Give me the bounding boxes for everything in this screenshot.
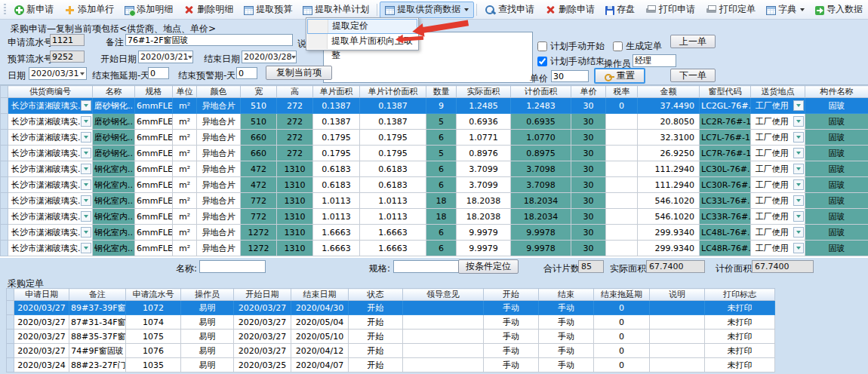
table-cell[interactable]: 工厂使用: [751, 225, 805, 241]
chevron-down-icon[interactable]: [793, 243, 804, 253]
budget-no-field[interactable]: [50, 51, 85, 63]
checkbox-icon[interactable]: [537, 41, 547, 51]
toolbar-button-add-detail[interactable]: 添加明细: [119, 2, 178, 18]
end-warn-field[interactable]: [236, 67, 257, 79]
table-cell[interactable]: 工厂使用: [751, 193, 805, 209]
table-row[interactable]: 长沙市潇湘玻璃实..钢化室内..6mmFLE..m²异地合片77213101.0…: [1, 209, 868, 225]
toolbar-button-extract-table[interactable]: 提取补单计划: [297, 2, 374, 18]
chevron-down-icon[interactable]: [81, 211, 91, 222]
table-cell: 手动: [484, 301, 539, 315]
filter-spec-input[interactable]: [393, 260, 460, 273]
toolbar-button-add-new[interactable]: 新申请: [9, 2, 59, 18]
table-cell[interactable]: 长沙市潇湘玻璃实..: [8, 225, 93, 241]
generate-order-checkbox[interactable]: 生成定单: [613, 40, 662, 53]
chevron-down-icon[interactable]: [81, 100, 91, 111]
table-cell[interactable]: 工厂使用: [751, 114, 805, 130]
table-cell[interactable]: 长沙市潇湘玻璃实..: [8, 130, 93, 146]
prev-order-button[interactable]: 上一单: [670, 35, 716, 48]
column-header: 构件名称: [805, 86, 868, 98]
chevron-down-icon[interactable]: [81, 164, 91, 174]
toolbar-button-extract-table[interactable]: 提取预算: [239, 2, 297, 18]
table-row[interactable]: 2020/03/2789#37-39F窗固玻1072易明2020/03/2720…: [7, 301, 775, 315]
toolbar-button-print[interactable]: 打印申请: [640, 2, 700, 18]
chevron-down-icon[interactable]: [81, 148, 91, 158]
table-row[interactable]: 长沙市潇湘玻璃实..磨砂钢化..6mmFLE..m²异地合片5102720.13…: [1, 98, 868, 114]
date-select[interactable]: 2020/03/31: [29, 67, 87, 80]
cell-text: 工厂使用: [756, 117, 789, 127]
locate-by-condition-button[interactable]: 按条件定位: [458, 259, 519, 274]
chevron-down-icon[interactable]: [793, 195, 804, 206]
column-header: 操作员: [181, 289, 234, 301]
table-cell[interactable]: 工厂使用: [751, 146, 805, 161]
copy-current-button[interactable]: 复制当前项: [266, 66, 332, 80]
plan-manual-end-checkbox[interactable]: 计划手动结束: [537, 55, 605, 68]
table-row[interactable]: 长沙市潇湘玻璃实..钢化室内..6mmFLE..m²异地合片127213101.…: [1, 225, 868, 241]
table-cell[interactable]: 长沙市潇湘玻璃实..: [8, 146, 93, 161]
toolbar-button-save[interactable]: 存盘: [600, 2, 640, 18]
operator-field[interactable]: [633, 54, 676, 67]
table-cell: 18.2038: [457, 209, 511, 225]
table-row[interactable]: 长沙市潇湘玻璃实..磨砂钢化..6mmFLE..m²异地合片5102720.13…: [1, 114, 868, 130]
table-row[interactable]: 长沙市潇湘玻璃实..钢化室内..6mmFLE..m²异地合片77213101.0…: [1, 193, 868, 209]
chevron-down-icon[interactable]: [793, 132, 804, 143]
toolbar-button-import[interactable]: 导入数据: [810, 2, 868, 18]
table-cell[interactable]: 工厂使用: [751, 98, 805, 114]
table-cell[interactable]: 长沙市潇湘玻璃实..: [8, 114, 93, 130]
table-row[interactable]: 长沙市潇湘玻璃实..磨砂钢化..6mmFLE..m²异地合片6602720.17…: [1, 146, 868, 161]
toolbar-button-extract-table[interactable]: 提取供货商数据: [380, 2, 474, 18]
table-row[interactable]: 2020/03/2788#35-37F窗固玻1075易明2020/03/2720…: [7, 330, 775, 344]
table-cell[interactable]: 长沙市潇湘玻璃实..: [8, 241, 93, 256]
table-cell[interactable]: 长沙市潇湘玻璃实..: [8, 177, 93, 193]
table-cell[interactable]: 长沙市潇湘玻璃实..: [8, 193, 93, 209]
table-row[interactable]: 2020/03/2774#9F窗固玻1076易明2020/03/272020/0…: [7, 344, 775, 358]
unit-price-field[interactable]: [551, 70, 589, 82]
table-row[interactable]: 2020/03/2787#31-34F窗固玻1074易明2020/03/2720…: [7, 315, 775, 330]
table-cell[interactable]: 长沙市潇湘玻璃实..: [8, 161, 93, 177]
apply-no-field[interactable]: [50, 34, 85, 46]
chevron-down-icon[interactable]: [793, 164, 804, 174]
chevron-down-icon[interactable]: [81, 227, 91, 238]
plan-manual-start-checkbox[interactable]: 计划手动开始: [537, 40, 605, 53]
table-row[interactable]: 2020/03/2488#23-27F门顶玻1035易明2020/03/2520…: [7, 358, 775, 372]
table-row[interactable]: 长沙市潇湘玻璃实..钢化室内..6mmFLE..m²异地合片47213100.6…: [1, 177, 868, 193]
chevron-down-icon[interactable]: [793, 116, 804, 127]
filter-name-input[interactable]: [199, 260, 266, 273]
table-cell[interactable]: 工厂使用: [751, 161, 805, 177]
menu-item[interactable]: 提取定价: [307, 19, 417, 34]
remark-field[interactable]: [125, 34, 293, 46]
toolbar-button-dict[interactable]: 字典: [761, 2, 810, 18]
toolbar-button-add-row[interactable]: 添加单行: [59, 2, 119, 18]
table-cell[interactable]: 工厂使用: [751, 130, 805, 146]
table-cell[interactable]: 工厂使用: [751, 241, 805, 256]
checkbox-icon[interactable]: [537, 57, 547, 66]
table-row[interactable]: 长沙市潇湘玻璃实..钢化室内..6mmFLE..m²异地合片127213101.…: [1, 241, 868, 256]
toolbar-button-print[interactable]: 打印定单: [700, 2, 761, 18]
chevron-down-icon[interactable]: [793, 179, 804, 190]
toolbar-button-delete-detail[interactable]: 删除明细: [178, 2, 239, 18]
table-cell: 未打印: [705, 358, 775, 372]
table-row[interactable]: 长沙市潇湘玻璃实..钢化室内..6mmFLE..m²异地合片47213100.6…: [1, 161, 868, 177]
chevron-down-icon[interactable]: [793, 227, 804, 238]
end-warn-label: 结束预警期-天: [178, 69, 235, 82]
end-date-select[interactable]: 2020/03/28: [242, 51, 297, 63]
table-cell[interactable]: 长沙市潇湘玻璃实..: [8, 209, 93, 225]
checkbox-icon[interactable]: [613, 41, 623, 51]
table-cell[interactable]: 工厂使用: [751, 209, 805, 225]
chevron-down-icon[interactable]: [793, 100, 804, 111]
chevron-down-icon[interactable]: [81, 179, 91, 190]
toolbar-button-delete[interactable]: 删除申请: [540, 2, 600, 18]
reset-button[interactable]: 重置: [594, 68, 645, 84]
next-order-button[interactable]: 下一单: [670, 69, 716, 82]
table-cell[interactable]: 长沙市潇湘玻璃实..: [8, 98, 93, 114]
toolbar-button-search[interactable]: 查找申请: [479, 2, 540, 18]
chevron-down-icon[interactable]: [793, 211, 804, 222]
end-delay-field[interactable]: [148, 67, 169, 79]
chevron-down-icon[interactable]: [793, 148, 804, 158]
chevron-down-icon[interactable]: [81, 195, 91, 206]
start-date-select[interactable]: 2020/03/21: [138, 51, 193, 63]
chevron-down-icon[interactable]: [81, 132, 91, 143]
chevron-down-icon[interactable]: [81, 116, 91, 127]
table-cell[interactable]: 工厂使用: [751, 177, 805, 193]
table-row[interactable]: 长沙市潇湘玻璃实..磨砂钢化..6mmFLE..m²异地合片6602720.17…: [1, 130, 868, 146]
chevron-down-icon[interactable]: [81, 243, 91, 253]
